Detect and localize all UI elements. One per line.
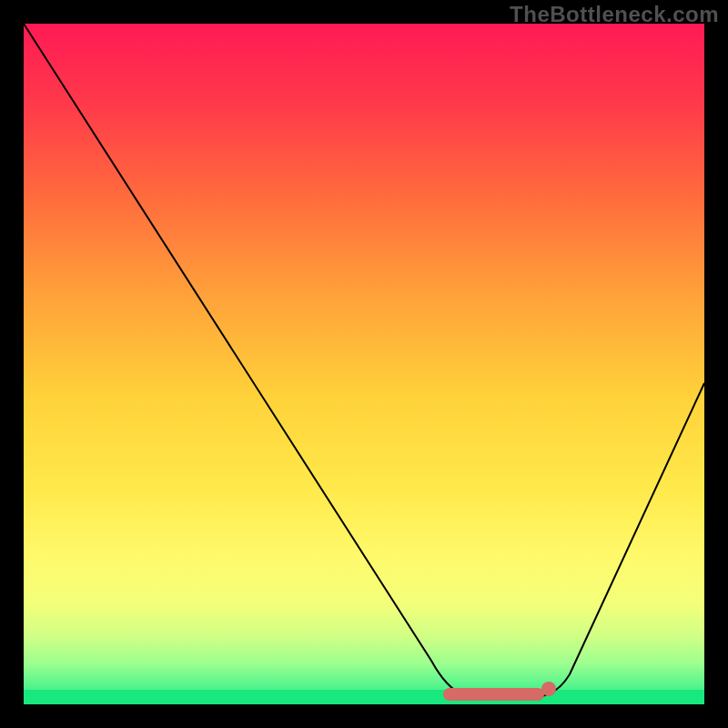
plot-area — [24, 24, 704, 704]
watermark-text: TheBottleneck.com — [510, 2, 719, 27]
bottleneck-curve-svg — [24, 24, 704, 704]
bottleneck-curve — [24, 24, 704, 697]
optimal-point-dot — [541, 682, 556, 696]
chart-frame: TheBottleneck.com — [0, 0, 728, 728]
